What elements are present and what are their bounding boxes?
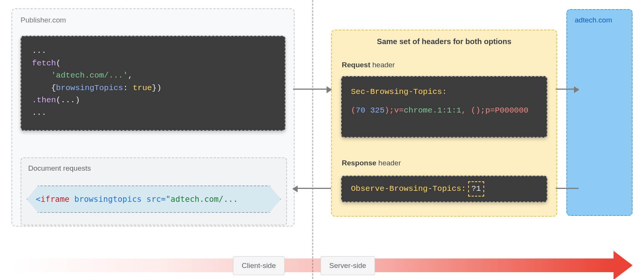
code-text: );v= [384,106,403,115]
code-option-value: true [133,84,152,92]
code-text [365,106,370,115]
iframe-tag-strip: <iframe browsingtopics src="adtech.com/.… [27,185,281,213]
code-text: ;p= [480,106,495,115]
gradient-arrowhead-icon [614,251,633,279]
label-bold: Request [342,61,370,69]
client-side-pill: Client-side [233,256,285,275]
code-text: ( [56,59,61,68]
headers-panel: Same set of headers for both options Req… [331,30,557,217]
code-text: , [461,106,471,115]
document-requests-panel: Document requests <iframe browsingtopics… [21,157,287,225]
response-header-label: Response header [342,159,401,167]
diagram-stage: Publisher.com ... fetch( 'adtech.com/...… [0,0,644,279]
server-side-pill: Server-side [320,256,375,275]
arrow-segment [293,89,331,90]
iframe-src-value: "adtech.com/... [166,195,238,204]
adtech-panel: adtech.com [566,9,633,216]
fetch-code-block: ... fetch( 'adtech.com/...', {browsingTo… [21,36,285,131]
request-header-label: Request header [342,61,395,69]
code-text: } [152,84,157,92]
response-header-code: Observe-Browsing-Topics: ?1 [341,176,547,202]
label-bold: Response [342,159,376,167]
code-text: ( [351,106,356,115]
code-then: .then [32,96,56,105]
iframe-attr: browsingtopics [74,195,142,204]
topic-id-2: 325 [370,106,384,115]
request-header-code: Sec-Browsing-Topics: (70 325);v=chrome.1… [341,76,547,138]
iframe-src-key: src= [147,195,166,204]
code-text: (...) [56,96,80,105]
header-name: Sec-Browsing-Topics: [351,87,447,96]
headers-panel-title: Same set of headers for both options [332,37,556,46]
code-text: < [36,195,41,204]
code-option-key: browsingTopics [56,84,123,92]
publisher-title: Publisher.com [21,16,66,24]
label-text: header [370,61,395,69]
gradient-body [11,258,614,272]
topic-id-1: 70 [356,106,365,115]
client-server-divider [312,0,313,279]
arrow-right-icon [556,89,579,90]
code-string: 'adtech.com/...' [51,71,128,80]
code-text: ... [32,46,46,55]
code-text: { [51,84,56,92]
adtech-title: adtech.com [575,16,612,24]
label-text: header [376,159,401,167]
code-keyword-fetch: fetch [32,59,56,68]
arrow-segment [556,188,579,189]
chrome-version: chrome.1:1:1 [404,106,461,115]
client-server-gradient-arrow: Client-side Server-side [11,251,633,279]
padding-value: P000000 [495,106,528,115]
header-name: Observe-Browsing-Topics: [351,183,466,195]
code-text: , [128,71,133,80]
code-text: ) [157,84,162,92]
publisher-panel: Publisher.com ... fetch( 'adtech.com/...… [11,8,295,227]
code-text: ... [32,108,46,117]
code-text: () [471,106,480,115]
document-requests-title: Document requests [28,164,91,173]
iframe-tagname: iframe [41,195,70,204]
arrow-left-icon [293,188,331,189]
response-header-value: ?1 [468,181,484,197]
code-text: : [123,84,132,92]
